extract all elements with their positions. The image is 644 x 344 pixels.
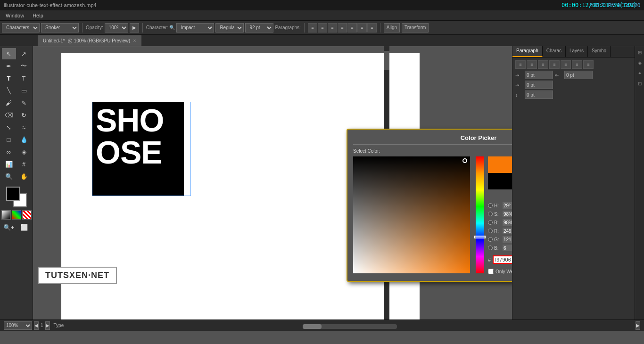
opacity-arrow[interactable]: ▶	[130, 23, 139, 33]
side-icon-4[interactable]: ⊡	[636, 79, 644, 88]
blend-tool[interactable]: ∞	[2, 146, 16, 157]
p-align-j4[interactable]: ≡	[583, 60, 594, 69]
pencil-tool[interactable]: ✎	[17, 97, 31, 108]
p-align-justify[interactable]: ≡	[549, 60, 560, 69]
green-input[interactable]	[502, 236, 512, 243]
align-left[interactable]: ≡	[308, 23, 317, 33]
graph-tool[interactable]: 📊	[2, 158, 16, 170]
align-right[interactable]: ≡	[328, 23, 337, 33]
hue-radio[interactable]	[488, 203, 493, 208]
hex-input[interactable]	[493, 255, 512, 264]
rect-tool[interactable]: ▭	[17, 85, 31, 96]
none-swatch[interactable]	[22, 210, 32, 220]
char-icon: 🔍	[169, 25, 175, 30]
opacity-select[interactable]: 100%	[105, 23, 128, 33]
eyedropper-tool[interactable]: 💧	[17, 134, 31, 145]
blue-radio[interactable]	[488, 246, 493, 250]
align-justify2[interactable]: ≡	[347, 23, 357, 33]
page-number: 1	[41, 323, 43, 328]
green-radio[interactable]	[488, 237, 493, 242]
menu-window[interactable]: Window	[2, 12, 28, 19]
screen-mode-btn[interactable]: ⬜	[17, 221, 31, 233]
side-icon-2[interactable]: ◈	[636, 58, 644, 67]
p-align-j3[interactable]: ≡	[572, 60, 582, 69]
pen-tool[interactable]: ✒	[2, 60, 16, 72]
prev-page-btn[interactable]: ◀	[34, 321, 39, 330]
spacing-row: ↕	[515, 90, 632, 99]
red-radio[interactable]	[488, 229, 493, 233]
tab-paragraph[interactable]: Paragraph	[512, 46, 543, 57]
foreground-color-box[interactable]	[6, 187, 20, 201]
side-icon-1[interactable]: ⊞	[636, 48, 644, 57]
font-style-select[interactable]: Regular	[215, 23, 244, 33]
indent-right-input[interactable]	[564, 71, 593, 79]
sat-radio[interactable]	[488, 212, 493, 216]
hue-strip[interactable]	[476, 156, 484, 273]
only-web-checkbox[interactable]	[488, 269, 494, 274]
scroll-thumb[interactable]	[384, 51, 389, 70]
line-tool[interactable]: ╲	[2, 85, 16, 96]
side-icon-3[interactable]: ✦	[636, 69, 644, 77]
p-align-right[interactable]: ≡	[538, 60, 548, 69]
font-select[interactable]: Impact	[176, 23, 214, 33]
next-page-btn[interactable]: ▶	[45, 321, 50, 330]
gradient-canvas[interactable]	[353, 156, 470, 273]
indent-first-input[interactable]	[525, 81, 553, 89]
transform-button[interactable]: Transform	[402, 23, 429, 33]
p-align-left[interactable]: ≡	[515, 60, 526, 69]
align-center[interactable]: ≡	[318, 23, 327, 33]
gradient-swatch[interactable]	[1, 210, 11, 220]
tab-symbol[interactable]: Symbo	[588, 46, 611, 57]
tool-row-1: ↖ ↗	[2, 48, 31, 59]
selection-tool[interactable]: ↖	[2, 48, 16, 59]
bri-radio[interactable]	[488, 220, 493, 225]
blue-input[interactable]	[502, 244, 512, 252]
eraser-tool[interactable]: ⌫	[2, 109, 16, 121]
scrollbar-thumb[interactable]	[303, 324, 322, 329]
p-align-j2[interactable]: ≡	[561, 60, 571, 69]
document-tab[interactable]: Untitled-1* @ 100% (RGB/GPU Preview) ×	[38, 35, 141, 46]
color-gradient-picker[interactable]	[353, 156, 470, 273]
align-button[interactable]: Align	[384, 23, 400, 33]
red-input[interactable]	[502, 227, 512, 235]
font-dropdown[interactable]: Characters	[2, 23, 40, 33]
zoom-in-btn[interactable]: 🔍+	[2, 221, 16, 233]
scale-tool[interactable]: ⤡	[2, 122, 16, 133]
type-area-tool[interactable]: T	[17, 73, 31, 84]
p-align-center[interactable]: ≡	[527, 60, 537, 69]
paint-brush-tool[interactable]: 🖌	[2, 97, 16, 108]
hand-tool[interactable]: ✋	[17, 171, 31, 182]
spacing-input[interactable]	[525, 90, 553, 99]
color-preview-stack	[488, 156, 512, 197]
sat-input[interactable]	[502, 210, 512, 218]
symbol-tool[interactable]: ◈	[17, 146, 31, 157]
align-justify4[interactable]: ≡	[367, 23, 377, 33]
current-color-swatch[interactable]	[488, 156, 512, 173]
tab-close[interactable]: ×	[133, 38, 136, 43]
direct-select-tool[interactable]: ↗	[17, 48, 31, 59]
zoom-select[interactable]: 100%	[4, 321, 32, 330]
align-justify[interactable]: ≡	[338, 23, 347, 33]
rotate-tool[interactable]: ↻	[17, 109, 31, 121]
bri-input[interactable]	[502, 219, 512, 226]
indent-left-input[interactable]	[525, 71, 553, 79]
hue-input[interactable]	[502, 202, 512, 209]
stroke-dropdown[interactable]: Stroke:	[41, 23, 79, 33]
hue-cursor	[474, 236, 486, 238]
tab-layers[interactable]: Layers	[566, 46, 588, 57]
green-row: G:	[488, 236, 512, 243]
horizontal-scrollbar[interactable]	[303, 324, 397, 329]
menu-help[interactable]: Help	[29, 12, 47, 19]
align-justify3[interactable]: ≡	[357, 23, 367, 33]
type-tool[interactable]: T	[2, 73, 16, 84]
warp-tool[interactable]: ≈	[17, 122, 31, 133]
tab-character[interactable]: Charac	[543, 46, 566, 57]
font-size-select[interactable]: 92 pt	[245, 23, 273, 33]
mesh-tool[interactable]: #	[17, 158, 31, 170]
color-swatch-mini[interactable]	[12, 210, 21, 220]
gradient-tool[interactable]: □	[2, 134, 16, 145]
curvature-tool[interactable]: 〜	[17, 60, 31, 72]
zoom-tool[interactable]: 🔍	[2, 171, 16, 182]
status-right-btn[interactable]: ▶	[636, 321, 640, 330]
previous-color-swatch[interactable]	[488, 173, 512, 189]
